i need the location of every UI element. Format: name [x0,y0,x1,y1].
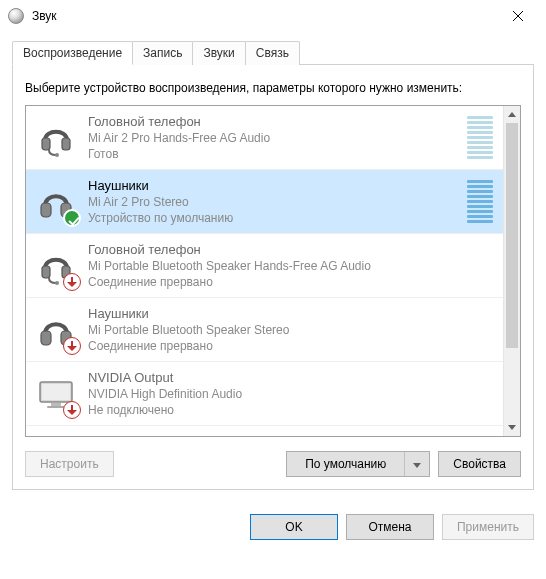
svg-rect-13 [42,384,70,400]
headset-icon [34,116,78,160]
device-row[interactable]: НаушникиMi Portable Bluetooth Speaker St… [26,298,503,362]
device-text: NVIDIA OutputNVIDIA High Definition Audi… [88,369,495,419]
monitor-icon [34,372,78,416]
default-badge-icon [63,209,81,227]
set-default-split-button[interactable]: По умолчанию [286,451,430,477]
cancel-button[interactable]: Отмена [346,514,434,540]
apply-button[interactable]: Применить [442,514,534,540]
svg-rect-5 [41,203,51,217]
svg-rect-14 [51,403,61,406]
device-row[interactable]: Головной телефонMi Air 2 Pro Hands-Free … [26,106,503,170]
disconnected-badge-icon [63,401,81,419]
svg-rect-7 [42,266,50,278]
tab-recording[interactable]: Запись [132,41,193,65]
set-default-label: По умолчанию [287,452,404,476]
device-row[interactable]: Головной телефонMi Portable Bluetooth Sp… [26,234,503,298]
dialog-content: Воспроизведение Запись Звуки Связь Выбер… [0,32,546,502]
close-button[interactable] [498,0,538,32]
device-status: Готов [88,146,457,162]
device-row[interactable]: НаушникиMi Air 2 Pro StereoУстройство по… [26,170,503,234]
device-list-inner: Головной телефонMi Air 2 Pro Hands-Free … [26,106,503,436]
device-description: Mi Air 2 Pro Stereo [88,194,457,210]
svg-rect-2 [42,138,50,150]
svg-point-4 [55,153,59,157]
ok-button[interactable]: OK [250,514,338,540]
chevron-up-icon [508,112,516,117]
svg-marker-22 [413,463,421,468]
tab-playback[interactable]: Воспроизведение [12,41,133,65]
device-text: Головной телефонMi Air 2 Pro Hands-Free … [88,113,457,163]
disconnected-badge-icon [63,273,81,291]
chevron-down-icon [413,463,421,468]
properties-button[interactable]: Свойства [438,451,521,477]
device-row[interactable]: NVIDIA OutputNVIDIA High Definition Audi… [26,362,503,426]
device-row[interactable]: NVIDIA OutputNVIDIA High Definition Audi… [26,426,503,436]
headset-icon [34,244,78,288]
monitor-icon [34,436,78,437]
svg-point-9 [55,281,59,285]
device-name: Головной телефон [88,241,495,259]
close-icon [513,11,523,21]
chevron-down-icon [508,425,516,430]
headset-icon [34,116,78,160]
level-meter-icon [467,117,493,159]
device-status: Устройство по умолчанию [88,210,457,226]
device-name: Наушники [88,305,495,323]
device-description: Mi Portable Bluetooth Speaker Stereo [88,322,495,338]
dialog-button-row: OK Отмена Применить [0,502,546,552]
scrollbar-thumb[interactable] [506,123,518,348]
svg-marker-20 [508,112,516,117]
tab-panel-playback: Выберите устройство воспроизведения, пар… [12,65,534,490]
tab-strip: Воспроизведение Запись Звуки Связь [12,40,534,65]
tab-sounds[interactable]: Звуки [192,41,245,65]
instruction-text: Выберите устройство воспроизведения, пар… [25,81,521,95]
headphones-icon [34,180,78,224]
disconnected-badge-icon [63,337,81,355]
level-meter-icon [467,181,493,223]
configure-button[interactable]: Настроить [25,451,114,477]
device-text: НаушникиMi Portable Bluetooth Speaker St… [88,305,495,355]
svg-rect-10 [41,331,51,345]
device-status: Не подключено [88,402,495,418]
device-text: НаушникиMi Air 2 Pro StereoУстройство по… [88,177,457,227]
title-bar: Звук [0,0,546,32]
device-text: Головной телефонMi Portable Bluetooth Sp… [88,241,495,291]
device-status: Соединение прервано [88,338,495,354]
device-listbox[interactable]: Головной телефонMi Air 2 Pro Hands-Free … [25,105,521,437]
device-name: Наушники [88,177,457,195]
panel-buttons: Настроить По умолчанию Свойства [25,451,521,477]
device-description: NVIDIA High Definition Audio [88,386,495,402]
sound-app-icon [8,8,24,24]
device-name: NVIDIA Output [88,369,495,387]
headphones-icon [34,308,78,352]
scroll-up-button[interactable] [504,106,520,123]
device-name: Головной телефон [88,113,457,131]
tab-communications[interactable]: Связь [245,41,300,65]
window-title: Звук [32,9,498,23]
vertical-scrollbar[interactable] [503,106,520,436]
monitor-icon [34,436,78,437]
device-status: Соединение прервано [88,274,495,290]
svg-rect-3 [62,138,70,150]
scroll-down-button[interactable] [504,419,520,436]
set-default-dropdown[interactable] [404,452,429,476]
device-description: Mi Air 2 Pro Hands-Free AG Audio [88,130,457,146]
device-description: Mi Portable Bluetooth Speaker Hands-Free… [88,258,495,274]
svg-marker-21 [508,425,516,430]
